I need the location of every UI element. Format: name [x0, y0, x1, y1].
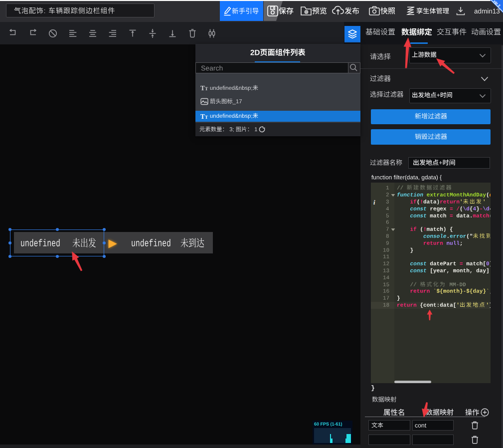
svg-text:i: i — [373, 199, 375, 206]
